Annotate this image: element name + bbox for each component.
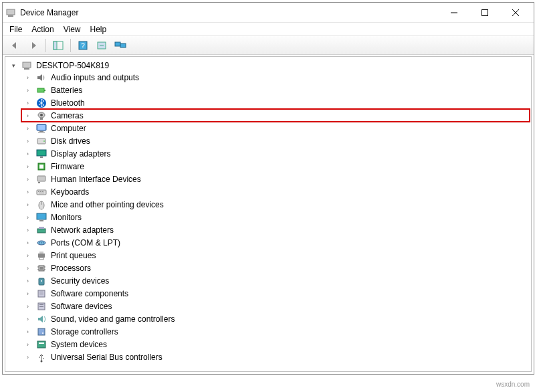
tree-item-ports[interactable]: ›Ports (COM & LPT): [21, 236, 530, 249]
chevron-right-icon[interactable]: ›: [27, 239, 33, 246]
chevron-right-icon[interactable]: ›: [27, 227, 33, 233]
minimize-button[interactable]: [439, 3, 469, 22]
tree-item-computer[interactable]: ›Computer: [21, 122, 530, 134]
tree-item-label: Batteries: [49, 86, 82, 95]
chevron-right-icon[interactable]: ›: [27, 189, 33, 195]
hid-icon: [36, 174, 47, 185]
chevron-right-icon[interactable]: ›: [27, 100, 33, 106]
tree-item-storage[interactable]: ›Storage controllers: [21, 325, 530, 338]
back-button[interactable]: [7, 38, 23, 53]
device-manager-window: Device Manager File Action View Help: [2, 2, 534, 375]
tree-item-cameras[interactable]: ›Cameras: [21, 109, 530, 122]
tree-item-hid[interactable]: ›Human Interface Devices: [21, 173, 530, 185]
tree-item-network[interactable]: ›Network adapters: [21, 223, 530, 236]
svg-rect-59: [54, 41, 57, 50]
chevron-right-icon[interactable]: ›: [27, 252, 33, 259]
computer-icon: [36, 123, 47, 134]
tree-item-softdev[interactable]: ›Software devices: [21, 300, 530, 312]
tree-item-monitors[interactable]: ›Monitors: [21, 211, 530, 223]
tree-item-label: Software devices: [49, 302, 112, 311]
chevron-right-icon[interactable]: ›: [27, 303, 33, 310]
menu-action[interactable]: Action: [31, 25, 54, 34]
system-icon: [36, 339, 47, 350]
show-hide-console-button[interactable]: [50, 38, 66, 53]
toolbar: ?: [3, 36, 534, 55]
chevron-right-icon[interactable]: ›: [27, 316, 33, 322]
tree-item-security[interactable]: ›Security devices: [21, 274, 530, 287]
svg-rect-55: [482, 9, 488, 15]
chevron-right-icon[interactable]: ›: [27, 278, 33, 284]
maximize-button[interactable]: [469, 3, 500, 22]
menu-file[interactable]: File: [9, 25, 22, 34]
tree-item-sysdev[interactable]: ›System devices: [21, 338, 530, 351]
firmware-icon: [36, 161, 47, 172]
menubar: File Action View Help: [3, 23, 534, 36]
devices-monitor-button[interactable]: [112, 38, 128, 53]
tree-item-label: Sound, video and game controllers: [49, 314, 175, 324]
scan-hardware-button[interactable]: [94, 38, 110, 53]
menu-help[interactable]: Help: [90, 25, 107, 34]
desktop-root-icon: [21, 60, 32, 71]
tree-item-label: Universal Serial Bus controllers: [49, 353, 163, 362]
sound-icon: [36, 314, 47, 324]
toolbar-separator: [45, 39, 46, 52]
mouse-icon: [36, 199, 47, 210]
chevron-right-icon[interactable]: ›: [27, 265, 33, 272]
tree-item-label: Firmware: [49, 162, 84, 171]
chevron-right-icon[interactable]: ›: [27, 163, 33, 170]
chevron-right-icon[interactable]: ›: [27, 201, 33, 208]
tree-item-printqueues[interactable]: ›Print queues: [21, 249, 530, 262]
chevron-right-icon[interactable]: ›: [27, 74, 33, 81]
tree-root-row[interactable]: ▾ DESKTOP-504K819: [12, 60, 530, 71]
display-icon: [36, 149, 47, 159]
chevron-right-icon[interactable]: ›: [27, 328, 33, 335]
chevron-right-icon[interactable]: ›: [27, 341, 33, 348]
chevron-right-icon[interactable]: ›: [27, 125, 33, 132]
disk-icon: [36, 136, 47, 146]
tree-item-processors[interactable]: ›Processors: [21, 262, 530, 274]
software-icon: [36, 301, 47, 312]
network-icon: [36, 225, 47, 235]
tree-item-label: Cameras: [49, 111, 84, 120]
chevron-right-icon[interactable]: ›: [27, 290, 33, 297]
chevron-down-icon[interactable]: ▾: [12, 62, 19, 69]
tree-item-label: Software components: [49, 289, 128, 298]
tree-root: ▾ DESKTOP-504K819 ›Audio inputs and outp…: [7, 60, 530, 363]
titlebar: Device Manager: [3, 3, 534, 23]
toolbar-separator: [70, 39, 71, 52]
tree-item-mice[interactable]: ›Mice and other pointing devices: [21, 198, 530, 211]
tree-children: ›Audio inputs and outputs›Batteries›Blue…: [12, 71, 530, 363]
tree-item-label: Print queues: [49, 251, 96, 260]
chevron-right-icon[interactable]: ›: [27, 176, 33, 183]
root-label: DESKTOP-504K819: [35, 61, 109, 70]
tree-item-bluetooth[interactable]: ›Bluetooth: [21, 96, 530, 109]
bluetooth-icon: [36, 98, 47, 108]
tree-item-sound[interactable]: ›Sound, video and game controllers: [21, 312, 530, 325]
forward-button[interactable]: [25, 38, 41, 53]
tree-item-firmware[interactable]: ›Firmware: [21, 160, 530, 173]
chevron-right-icon[interactable]: ›: [27, 354, 33, 361]
tree-item-usb[interactable]: ›Universal Serial Bus controllers: [21, 351, 530, 363]
tree-item-audio[interactable]: ›Audio inputs and outputs: [21, 71, 530, 84]
tree-item-batteries[interactable]: ›Batteries: [21, 84, 530, 96]
tree-item-disk[interactable]: ›Disk drives: [21, 134, 530, 147]
tree-item-keyboards[interactable]: ›Keyboards: [21, 185, 530, 198]
chevron-right-icon[interactable]: ›: [27, 151, 33, 157]
chevron-right-icon[interactable]: ›: [27, 112, 33, 119]
usb-icon: [36, 352, 47, 363]
printer-icon: [36, 250, 47, 261]
close-button[interactable]: [500, 3, 531, 22]
tree-item-softcomp[interactable]: ›Software components: [21, 287, 530, 300]
tree-item-display[interactable]: ›Display adapters: [21, 147, 530, 160]
menu-view[interactable]: View: [64, 25, 81, 34]
tree-item-label: Computer: [49, 124, 86, 133]
chevron-right-icon[interactable]: ›: [27, 138, 33, 144]
tree-item-label: System devices: [49, 340, 107, 349]
help-button[interactable]: ?: [75, 38, 91, 53]
chevron-right-icon[interactable]: ›: [27, 214, 33, 221]
app-icon: [5, 7, 16, 18]
tree-item-label: Security devices: [49, 276, 109, 286]
device-tree-pane[interactable]: ▾ DESKTOP-504K819 ›Audio inputs and outp…: [5, 56, 532, 372]
chevron-right-icon[interactable]: ›: [27, 87, 33, 94]
tree-item-label: Disk drives: [49, 136, 90, 146]
